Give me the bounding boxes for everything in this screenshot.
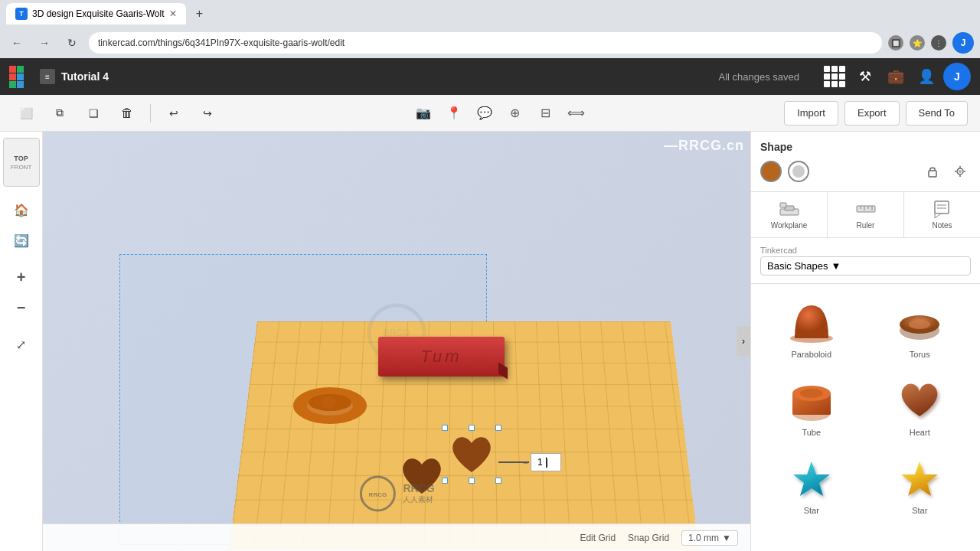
canvas-background: —RRCG.cn RRCG 人人素材 Tum <box>43 132 750 551</box>
tab-bar: T 3D design Exquisite Gaaris-Wolt ✕ + <box>0 0 980 28</box>
undo-button[interactable]: ↩ <box>160 99 188 127</box>
fit-view-button[interactable]: ⤢ <box>8 331 35 358</box>
comment-button[interactable]: 💬 <box>471 99 498 127</box>
toolbar-separator-1 <box>150 104 151 122</box>
notes-label: Notes <box>932 221 952 230</box>
star-yellow-label: Star <box>912 506 927 515</box>
ruler-tab[interactable]: Ruler <box>828 192 904 237</box>
app-title: Tutorial 4 <box>61 70 109 83</box>
shape-item-tube[interactable]: Tube <box>760 371 863 443</box>
tab-title: 3D design Exquisite Gaaris-Wolt <box>32 8 165 19</box>
dimension-control[interactable]: → 1 | <box>498 453 561 471</box>
duplicate-button[interactable]: ❑ <box>80 99 107 127</box>
add-user-button[interactable]: 👤 <box>913 63 940 90</box>
shape-item-star-yellow[interactable]: Star <box>869 449 972 521</box>
grid-view-button[interactable] <box>821 63 848 90</box>
chevron-down-icon: ▼ <box>722 533 731 543</box>
workplane-tab[interactable]: Workplane <box>751 192 828 237</box>
star-blue-image <box>785 455 838 501</box>
handle-bl[interactable] <box>442 478 448 484</box>
edit-grid-label[interactable]: Edit Grid <box>580 533 616 543</box>
extensions-button[interactable]: 🔲 <box>888 35 903 51</box>
address-bar[interactable]: tinkercad.com/things/6q341PIn97X-exquisi… <box>89 32 882 54</box>
tab-favicon: T <box>15 8 28 20</box>
shapes-grid: Paraboloid <box>751 284 980 530</box>
profile-button[interactable]: J <box>952 32 974 54</box>
bottom-bar: Edit Grid Snap Grid 1.0 mm ▼ <box>43 523 750 551</box>
logo-k <box>17 73 24 80</box>
hole-toggle[interactable] <box>788 161 809 182</box>
svg-text:RRCG: RRCG <box>369 491 387 498</box>
right-panel: Shape <box>750 132 980 551</box>
active-tab[interactable]: T 3D design Exquisite Gaaris-Wolt ✕ <box>6 3 186 24</box>
shape-panel: Shape <box>751 132 980 192</box>
send-to-button[interactable]: Send To <box>906 101 968 126</box>
tools-button[interactable]: ⚒ <box>851 63 879 90</box>
color-picker[interactable] <box>760 161 782 182</box>
profile-avatar[interactable]: J <box>943 63 971 90</box>
zoom-in-button[interactable]: + <box>8 263 35 291</box>
bottom-watermark: RRCG RRCG 人人素材 <box>358 474 434 513</box>
menu-icon[interactable]: ≡ <box>40 69 55 84</box>
bookmark-button[interactable]: ⭐ <box>910 35 925 51</box>
library-source-area: Tinkercad Basic Shapes ▼ <box>760 246 971 276</box>
refresh-button[interactable]: ↻ <box>61 32 83 54</box>
shape-item-star-blue[interactable]: Star <box>760 449 863 521</box>
handle-bc[interactable] <box>469 478 475 484</box>
redo-button[interactable]: ↪ <box>194 99 221 127</box>
pin-button[interactable]: 📍 <box>440 99 468 127</box>
forward-button[interactable]: → <box>34 32 55 54</box>
import-button[interactable]: Import <box>784 101 838 126</box>
handle-tl[interactable] <box>442 425 448 431</box>
lock-button[interactable] <box>922 161 943 182</box>
home-view-button[interactable]: 🏠 <box>8 196 35 223</box>
new-tab-button[interactable]: + <box>189 3 211 24</box>
workplane-icon <box>779 200 800 218</box>
align-button[interactable]: ⊟ <box>532 99 560 127</box>
view-cube[interactable]: TOP FRONT <box>3 138 40 187</box>
mirror-button[interactable]: ⟺ <box>563 99 590 127</box>
torus-label: Torus <box>910 350 930 359</box>
text-cursor: | <box>546 457 547 468</box>
url-text: tinkercad.com/things/6q341PIn97X-exquisi… <box>98 37 873 48</box>
heart-image <box>893 377 946 423</box>
back-button[interactable]: ← <box>6 32 28 54</box>
header-right-buttons: ⚒ 💼 👤 J <box>821 63 971 90</box>
browser-menu[interactable]: ⋮ <box>931 35 946 51</box>
camera-button[interactable]: 📷 <box>410 99 437 127</box>
orbit-button[interactable]: 🔄 <box>8 227 35 254</box>
shape-item-paraboloid[interactable]: Paraboloid <box>760 293 863 365</box>
tinkercad-logo[interactable] <box>9 63 31 90</box>
notes-icon <box>932 200 953 218</box>
new-shape-button[interactable]: ⬜ <box>12 99 40 127</box>
logo-t <box>9 66 16 73</box>
light-button[interactable] <box>949 161 971 182</box>
tab-close-button[interactable]: ✕ <box>169 8 177 19</box>
shape-item-torus[interactable]: Torus <box>869 293 972 365</box>
heart-label: Heart <box>910 428 930 437</box>
shape-item-heart[interactable]: Heart <box>869 371 972 443</box>
chevron-down-icon: ▼ <box>831 260 841 272</box>
copy-button[interactable]: ⧉ <box>46 99 74 127</box>
handle-tc[interactable] <box>469 425 475 431</box>
panel-collapse-button[interactable]: › <box>737 326 750 357</box>
handle-br[interactable] <box>495 478 501 484</box>
canvas-area[interactable]: —RRCG.cn RRCG 人人素材 Tum <box>43 132 750 551</box>
dimension-input[interactable]: 1 | <box>531 453 561 471</box>
transform-button[interactable]: ⊕ <box>501 99 529 127</box>
svg-rect-17 <box>780 203 786 207</box>
shape-panel-title: Shape <box>760 141 971 153</box>
workplane-label: Workplane <box>771 221 808 230</box>
handle-tr[interactable] <box>495 425 501 431</box>
logo-i <box>17 66 24 73</box>
heart-object-selected[interactable] <box>445 428 498 481</box>
snap-grid-value[interactable]: 1.0 mm ▼ <box>681 530 738 546</box>
logo-3 <box>17 81 24 88</box>
zoom-out-button[interactable]: − <box>8 294 35 321</box>
briefcase-button[interactable]: 💼 <box>882 63 910 90</box>
notes-tab[interactable]: Notes <box>904 192 980 237</box>
library-dropdown[interactable]: Basic Shapes ▼ <box>760 256 971 276</box>
export-button[interactable]: Export <box>844 101 900 126</box>
orange-ring-object <box>292 386 368 429</box>
delete-button[interactable]: 🗑 <box>113 99 141 127</box>
